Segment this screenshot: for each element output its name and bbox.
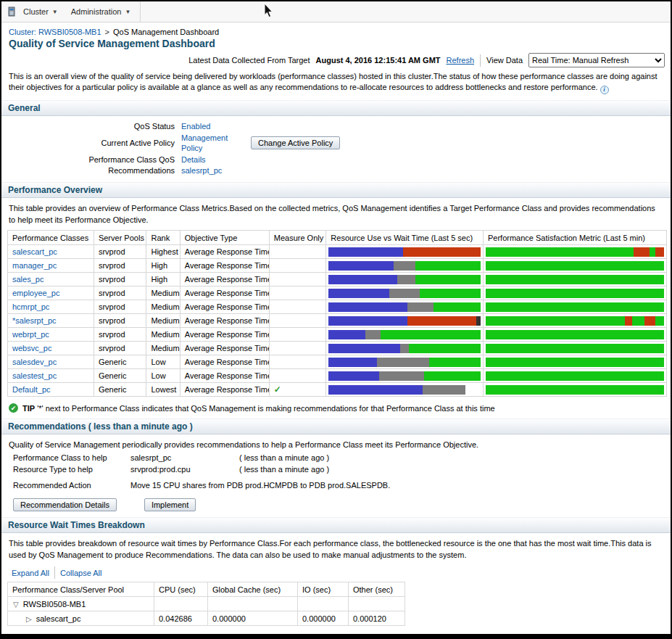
resource-use-bar-cell [326, 245, 484, 259]
stacked-bar [328, 289, 481, 298]
perf-table-row: manager_pcsrvprodHighAverage Response Ti… [8, 259, 667, 273]
page-title: Quality of Service Management Dashboard [9, 38, 663, 49]
administration-menu[interactable]: Administration ▼ [65, 1, 138, 22]
perf-class-details-link[interactable]: Details [181, 155, 206, 164]
info-icon[interactable]: i [600, 86, 609, 94]
stacked-bar [486, 371, 664, 381]
perf-class-qos-row: Performance Class QoS Details [1, 155, 671, 164]
perf-class-link[interactable]: sales_pc [12, 275, 43, 284]
cluster-menu[interactable]: Cluster ▼ [17, 1, 65, 22]
resource-use-bar-cell [326, 383, 484, 397]
perf-class-link[interactable]: salescart_pc [12, 247, 57, 256]
perf-class-link[interactable]: webrpt_pc [12, 330, 49, 339]
col-measure-only: Measure Only [269, 231, 326, 245]
perf-class-link[interactable]: Default_pc [12, 385, 51, 394]
satisfaction-bar-cell [483, 342, 666, 355]
server-pool-cell: Generic [94, 369, 146, 383]
satisfaction-bar-cell [483, 273, 666, 286]
qos-status-link[interactable]: Enabled [181, 122, 210, 131]
col-satisfaction-metric: Performance Satisfaction Metric (Last 5 … [483, 231, 666, 245]
breadcrumb-cluster-link[interactable]: Cluster: RWSBI0508-MB1 [9, 28, 101, 36]
col-server-pools: Server Pools [94, 231, 146, 245]
measure-only-cell [269, 369, 326, 383]
perf-class-cell: manager_pc [8, 259, 94, 273]
stacked-bar [328, 330, 481, 339]
server-pool-cell: srvprod [94, 286, 146, 300]
collection-timestamp: August 4, 2016 12:15:41 AM GMT [316, 56, 441, 65]
recommendations-title: Recommendations ( less than a minute ago… [8, 421, 193, 432]
implement-button[interactable]: Implement [144, 498, 196, 511]
perf-class-cell: salestest_pc [8, 369, 94, 383]
wait-class-cell: ▽RWSBI0508-MB1 [8, 597, 154, 611]
chevron-down-icon: ▼ [52, 9, 58, 15]
perf-class-link[interactable]: salestest_pc [12, 371, 57, 380]
col-global-cache: Global Cache (sec) [208, 582, 298, 597]
perf-class-link[interactable]: hcmrpt_pc [12, 302, 49, 311]
perf-class-cell: webrpt_pc [8, 328, 94, 342]
objective-type-cell: Average Response Time [180, 245, 269, 259]
objective-type-cell: Average Response Time [180, 369, 269, 383]
perf-class-qos-label: Performance Class QoS [1, 155, 181, 164]
performance-overview-table: Performance Classes Server Pools Rank Ob… [7, 230, 667, 397]
col-wait-class: Performance Class/Server Pool [8, 582, 154, 597]
chevron-down-icon: ▼ [125, 9, 130, 15]
perf-table-row: salesdev_pcGenericLowAverage Response Ti… [8, 355, 667, 369]
wait-value-cell: 0.000000 [208, 611, 298, 626]
general-block: QoS Status Enabled Current Active Policy… [1, 122, 671, 176]
measure-only-cell [269, 342, 326, 355]
view-data-select[interactable]: Real Time: Manual Refresh [528, 53, 665, 67]
active-policy-link[interactable]: Management Policy [181, 133, 245, 154]
recommendations-link[interactable]: salesrpt_pc [181, 166, 222, 175]
perf-table-row: employee_pcsrvprodMediumAverage Response… [8, 286, 667, 300]
stacked-bar [328, 371, 481, 381]
rank-cell: Lowest [146, 383, 180, 397]
measure-only-cell [269, 355, 326, 369]
rec-resource-row: Resource Type to help srvprod:prod.cpu (… [13, 465, 671, 474]
refresh-link[interactable]: Refresh [447, 56, 475, 65]
perf-table-row: salescart_pcsrvprodHighestAverage Respon… [8, 245, 667, 259]
recommendations-description: Quality of Service Management periodical… [9, 440, 663, 450]
rank-cell: Medium [146, 286, 180, 300]
expand-toggle-icon[interactable]: ▷ [26, 615, 32, 623]
intro-text: This is an overall view of the quality o… [9, 71, 663, 94]
perf-table-header-row: Performance Classes Server Pools Rank Ob… [8, 231, 667, 245]
perf-class-cell: salescart_pc [8, 245, 94, 259]
recommendation-details-button[interactable]: Recommendation Details [13, 498, 117, 511]
collapse-toggle-icon[interactable]: ▽ [13, 601, 19, 609]
perf-class-link[interactable]: employee_pc [12, 289, 59, 297]
perf-class-link[interactable]: *salesrpt_pc [12, 316, 57, 325]
resource-use-bar-cell [326, 300, 484, 314]
stacked-bar [328, 302, 481, 312]
perf-class-link[interactable]: websvc_pc [12, 344, 51, 353]
wait-times-table: Performance Class/Server Pool CPU (sec) … [7, 582, 405, 626]
wait-class-cell: ▷salescart_pc [8, 611, 154, 626]
measure-only-cell: ✓ [269, 383, 326, 397]
rank-cell: Low [146, 369, 180, 383]
wait-times-description: This table provides breakdown of resourc… [9, 538, 663, 561]
perf-table-row: websvc_pcsrvprodMediumAverage Response T… [8, 342, 667, 355]
measure-only-cell [269, 245, 326, 259]
active-policy-row: Current Active Policy Management Policy … [1, 133, 671, 154]
expand-all-link[interactable]: Expand All [12, 569, 49, 577]
section-recommendations-header: Recommendations ( less than a minute ago… [1, 419, 671, 434]
measure-only-cell [269, 328, 326, 342]
objective-type-cell: Average Response Time [180, 286, 269, 300]
satisfaction-bar-cell [483, 314, 666, 328]
toolbar-divider [140, 1, 141, 22]
objective-type-cell: Average Response Time [180, 383, 269, 397]
perf-class-cell: hcmrpt_pc [8, 300, 94, 314]
rank-cell: Low [146, 355, 180, 369]
col-objective-type: Objective Type [180, 231, 269, 245]
wait-table-body: ▽RWSBI0508-MB1▷salescart_pc0.0426860.000… [8, 597, 405, 626]
wait-table-row: ▽RWSBI0508-MB1 [8, 597, 405, 611]
satisfaction-bar-cell [483, 328, 666, 342]
perf-class-link[interactable]: salesdev_pc [12, 358, 57, 366]
wait-table-header-row: Performance Class/Server Pool CPU (sec) … [8, 582, 405, 597]
stacked-bar [486, 316, 664, 326]
performance-overview-description: This table provides an overview of Perfo… [9, 203, 663, 226]
change-active-policy-button[interactable]: Change Active Policy [251, 136, 340, 149]
wait-value-cell [298, 597, 349, 611]
collapse-all-link[interactable]: Collapse All [60, 569, 101, 577]
stacked-bar [328, 344, 481, 353]
perf-class-link[interactable]: manager_pc [12, 261, 57, 270]
